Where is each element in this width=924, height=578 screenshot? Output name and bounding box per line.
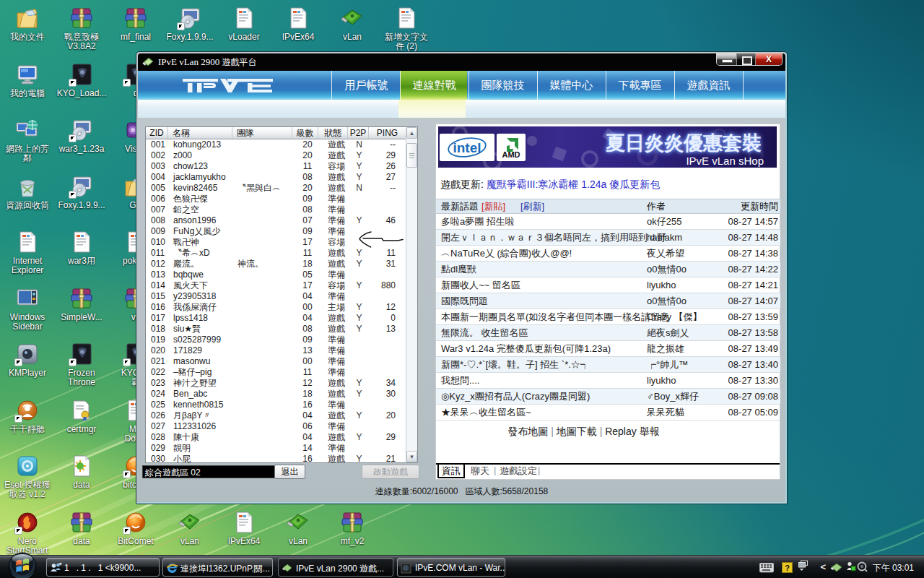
svg-text:intel: intel [453, 140, 481, 155]
svg-text:AMD: AMD [502, 150, 520, 159]
